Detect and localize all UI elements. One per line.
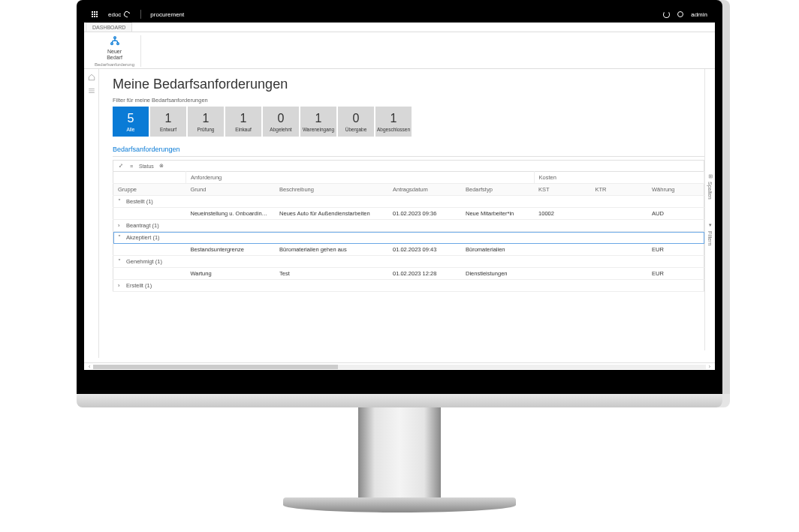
col-kst[interactable]: KST (534, 184, 590, 196)
cell: Bestandsuntergrenze (186, 244, 276, 256)
cell: Neue Mitarbeiter*in (461, 208, 534, 220)
filter-tile-übergabe[interactable]: 0Übergabe (338, 107, 374, 137)
user-name: admin (691, 11, 707, 18)
brand: edoc (108, 11, 130, 18)
group-row[interactable]: ›Beantragt (1) (113, 220, 704, 232)
col-bedarfstyp[interactable]: Bedarfstyp (461, 184, 534, 196)
new-request-button[interactable]: Neuer Bedarf (95, 35, 134, 61)
col-waehrung[interactable]: Währung (647, 184, 704, 196)
tile-count: 0 (353, 112, 360, 125)
header-anforderung[interactable]: Anforderung (186, 172, 535, 184)
tile-label: Einkauf (235, 127, 252, 132)
tile-label: Wareneingang (303, 127, 334, 132)
filter-tile-abgelehnt[interactable]: 0Abgelehnt (263, 107, 299, 137)
table-row[interactable]: BestandsuntergrenzeBüromaterialien gehen… (113, 244, 704, 256)
app-name: procurement (150, 11, 184, 18)
group-row[interactable]: ˅Akzeptiert (1) (113, 232, 704, 244)
tile-count: 5 (128, 112, 134, 125)
group-row[interactable]: ›Erstellt (1) (113, 280, 704, 292)
cell (591, 244, 647, 256)
group-label: Beantragt (1) (126, 222, 159, 229)
tile-count: 0 (278, 112, 285, 125)
cell (113, 208, 186, 220)
chevron-down-icon: ˅ (118, 198, 123, 203)
cell: AUD (647, 208, 704, 220)
cell: 01.02.2023 09:36 (388, 208, 461, 220)
group-label: Erstellt (1) (126, 282, 152, 289)
tile-count: 1 (240, 112, 247, 125)
chevron-down-icon: ˅ (118, 234, 123, 239)
brand-logo-icon (123, 11, 131, 19)
cell: Büromaterialien (461, 244, 534, 256)
divider (140, 10, 141, 19)
cell (113, 244, 186, 256)
cell: EUR (647, 268, 704, 280)
col-grund[interactable]: Grund (186, 184, 276, 196)
col-antragsdatum[interactable]: Antragsdatum (388, 184, 461, 196)
cell: Neues Auto für Außendienstarbeiten (275, 208, 388, 220)
refresh-icon[interactable] (663, 11, 670, 18)
col-ktr[interactable]: KTR (591, 184, 647, 196)
toolbar-expand-icon[interactable]: ⤢ (118, 163, 124, 169)
tile-count: 1 (390, 112, 397, 125)
cell: 10002 (534, 208, 590, 220)
col-gruppe[interactable]: Gruppe (113, 184, 186, 196)
scroll-left-icon[interactable]: ‹ (89, 364, 90, 369)
ribbon-btn-line2: Bedarf (107, 55, 122, 60)
tile-count: 1 (203, 112, 210, 125)
filter-tile-entwurf[interactable]: 1Entwurf (150, 107, 186, 137)
toolbar-close-icon[interactable]: ⊗ (158, 163, 164, 169)
group-label: Genehmigt (1) (126, 258, 162, 265)
filter-tile-prüfung[interactable]: 1Prüfung (188, 107, 224, 137)
grid-section-title: Bedarfsanforderungen (113, 143, 704, 157)
toolbar-status-label: Status (139, 164, 154, 169)
svg-point-1 (110, 43, 113, 45)
hamburger-icon[interactable] (88, 87, 95, 95)
filter-tile-abgeschlossen[interactable]: 1Abgeschlossen (375, 107, 412, 137)
columns-icon: ⊞ (707, 174, 713, 179)
cell: EUR (647, 244, 704, 256)
page-title: Meine Bedarfsanforderungen (113, 77, 704, 92)
filter-tile-wareneingang[interactable]: 1Wareneingang (300, 107, 336, 137)
toolbar-columns-icon[interactable]: ≡ (128, 163, 134, 169)
rightbar-columns-button[interactable]: ⊞ Spalten (707, 174, 713, 200)
tile-label: Prüfung (197, 127, 215, 132)
chevron-down-icon: ˅ (118, 258, 123, 263)
ribbon-group-title: Bedarfsanforderung (95, 62, 134, 67)
filter-icon: ▾ (707, 222, 713, 228)
cell (591, 208, 647, 220)
apps-grid-icon[interactable] (92, 11, 98, 17)
cell (534, 268, 590, 280)
chevron-right-icon: › (118, 282, 123, 287)
tile-label: Alle (127, 127, 135, 132)
user-icon[interactable] (677, 11, 683, 17)
tile-label: Abgeschlossen (377, 127, 410, 132)
filter-tile-alle[interactable]: 5Alle (113, 107, 149, 137)
horizontal-scrollbar[interactable] (93, 365, 705, 369)
tile-label: Entwurf (160, 127, 176, 132)
group-label: Akzeptiert (1) (126, 234, 160, 241)
cell (113, 268, 186, 280)
cell: Dienstleistungen (461, 268, 534, 280)
table-row[interactable]: Neueinstellung u. Onboarding ...Neues Au… (113, 208, 704, 220)
chevron-right-icon: › (118, 222, 123, 227)
brand-label: edoc (108, 11, 121, 18)
cell: 01.02.2023 12:28 (388, 268, 461, 280)
tile-count: 1 (315, 112, 322, 125)
tab-dashboard[interactable]: DASHBOARD (86, 23, 132, 32)
cell (534, 244, 590, 256)
group-row[interactable]: ˅Genehmigt (1) (113, 256, 704, 268)
group-row[interactable]: ˅Bestellt (1) (113, 196, 704, 208)
cell: Test (275, 268, 388, 280)
col-beschreibung[interactable]: Beschreibung (275, 184, 388, 196)
filter-tile-einkauf[interactable]: 1Einkauf (225, 107, 261, 137)
header-kosten[interactable]: Kosten (534, 172, 704, 184)
rightbar-filters-button[interactable]: ▾ Filtern (707, 222, 713, 245)
scroll-right-icon[interactable]: › (709, 364, 710, 369)
tile-count: 1 (165, 112, 172, 125)
home-icon[interactable] (88, 74, 95, 81)
cell: Neueinstellung u. Onboarding ... (186, 208, 276, 220)
ribbon-btn-line1: Neuer (107, 49, 122, 54)
table-row[interactable]: WartungTest01.02.2023 12:28Dienstleistun… (113, 268, 704, 280)
hierarchy-plus-icon (109, 35, 121, 47)
